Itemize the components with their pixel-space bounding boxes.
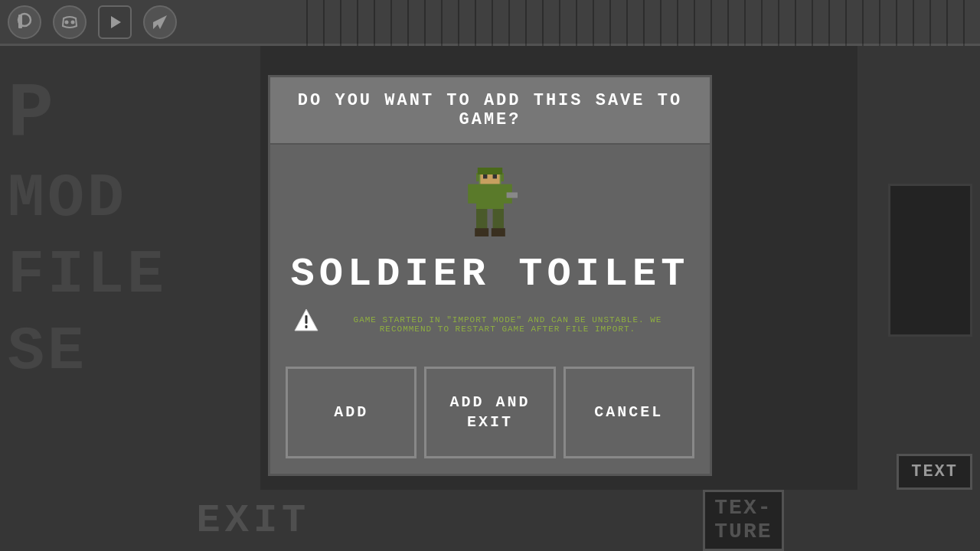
add-and-exit-button[interactable]: ADD ANDEXIT — [424, 367, 555, 458]
svg-rect-23 — [305, 325, 308, 328]
dialog-buttons: ADD ADD ANDEXIT CANCEL — [270, 359, 710, 458]
svg-rect-16 — [476, 209, 487, 231]
character-name: SOLDIER TOILET — [291, 252, 690, 297]
svg-rect-11 — [483, 174, 487, 178]
svg-rect-20 — [507, 192, 518, 197]
svg-rect-13 — [476, 184, 504, 209]
dialog-title: DO YOU WANT TO ADD THIS SAVE TO GAME? — [270, 77, 710, 145]
warning-section: GAME STARTED IN "IMPORT MODE" AND CAN BE… — [286, 305, 694, 344]
warning-icon — [293, 308, 319, 341]
cancel-button[interactable]: CANCEL — [564, 367, 694, 458]
svg-rect-17 — [493, 209, 504, 231]
svg-rect-10 — [478, 168, 502, 174]
svg-rect-19 — [492, 228, 505, 236]
warning-text: GAME STARTED IN "IMPORT MODE" AND CAN BE… — [328, 315, 687, 334]
add-button[interactable]: ADD — [286, 367, 416, 458]
svg-rect-14 — [468, 184, 476, 204]
character-sprite — [459, 168, 521, 236]
svg-rect-12 — [493, 174, 497, 178]
svg-rect-22 — [305, 315, 308, 324]
dialog: DO YOU WANT TO ADD THIS SAVE TO GAME? — [268, 75, 712, 476]
svg-rect-18 — [475, 228, 488, 236]
dialog-body: SOLDIER TOILET GAME STARTED IN "IMPORT M… — [270, 145, 710, 359]
